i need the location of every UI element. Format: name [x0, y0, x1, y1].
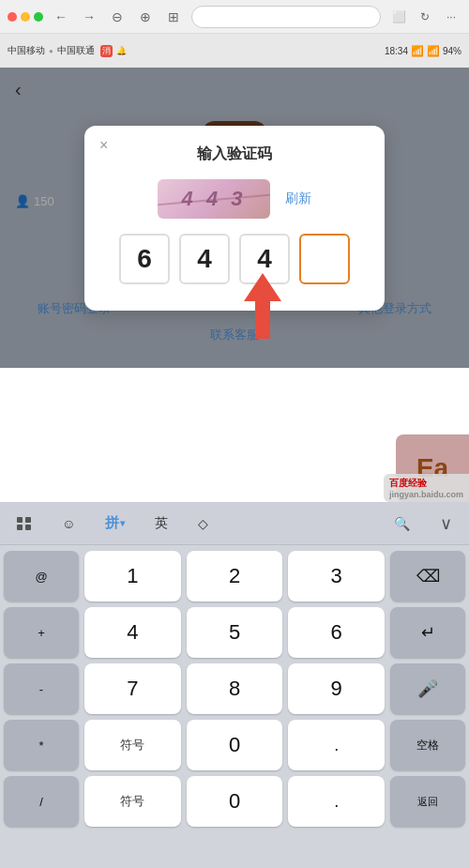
keyboard-area: ☺ 拼 ▾ 英 ◇ 🔍 ∨ @ 1 2 3 ⌫ + 4 5 6 ↵	[0, 502, 469, 868]
keyboard-row-2: + 4 5 6 ↵	[4, 607, 465, 658]
ime-grid-button[interactable]	[9, 513, 39, 534]
ime-pinyin-button[interactable]: 拼 ▾	[98, 510, 132, 536]
key-return[interactable]: 返回	[390, 776, 465, 827]
num-keyboard: @ 1 2 3 ⌫ + 4 5 6 ↵ - 7 8 9 🎤 * 符号 0 .	[0, 545, 469, 838]
modal-overlay: × 输入验证码 4 4 3 刷新 6 4 4	[0, 68, 469, 368]
captcha-refresh-button[interactable]: 刷新	[285, 190, 311, 207]
status-left: 中国移动 ● 中国联通 消 🔔	[8, 44, 127, 57]
browser-chrome: ← → ⊖ ⊕ ⊞ ⬜ ↻ ···	[0, 0, 469, 34]
browser-nav: ← → ⊖ ⊕ ⊞	[51, 7, 184, 27]
key-5[interactable]: 5	[187, 607, 283, 658]
view-toggle-button[interactable]: ⊞	[163, 7, 184, 27]
key-symbols2[interactable]: 符号	[84, 776, 181, 827]
code-box-1[interactable]: 6	[119, 234, 170, 284]
ime-toolbar: ☺ 拼 ▾ 英 ◇ 🔍 ∨	[0, 502, 469, 545]
carrier1-label: 中国移动	[8, 44, 45, 57]
key-8[interactable]: 8	[187, 663, 283, 714]
more-button[interactable]: ···	[441, 7, 461, 27]
zoom-out-button[interactable]: ⊖	[107, 7, 128, 27]
minimize-dot[interactable]	[21, 12, 30, 22]
key-3[interactable]: 3	[288, 551, 385, 602]
key-1[interactable]: 1	[84, 551, 181, 602]
ime-english-button[interactable]: 英	[147, 511, 175, 536]
key-symbols[interactable]: 符号	[84, 720, 181, 770]
baidu-brand: 百度经验	[389, 477, 463, 490]
key-at[interactable]: @	[4, 551, 79, 602]
keyboard-row-5: / 符号 0 . 返回	[4, 776, 465, 827]
key-backspace[interactable]: ⌫	[390, 551, 465, 602]
key-enter[interactable]: ↵	[390, 607, 465, 658]
nav-forward-button[interactable]: →	[79, 7, 99, 27]
battery-label: 94%	[443, 46, 461, 56]
key-plus[interactable]: +	[4, 607, 79, 658]
key-0[interactable]: 0	[187, 720, 283, 770]
zoom-in-button[interactable]: ⊕	[135, 7, 156, 27]
close-dot[interactable]	[8, 12, 17, 22]
key-voice[interactable]: 🎤	[390, 663, 465, 714]
key-0b[interactable]: 0	[187, 776, 283, 827]
time-display: 18:34	[385, 46, 408, 56]
keyboard-row-4: * 符号 0 . 空格	[4, 720, 465, 770]
key-dot[interactable]: .	[288, 720, 385, 770]
modal-title: 输入验证码	[103, 145, 366, 164]
key-dot2[interactable]: .	[288, 776, 385, 827]
omnibar[interactable]	[191, 6, 381, 28]
ime-emoji-button[interactable]: ☺	[54, 512, 83, 535]
key-7[interactable]: 7	[84, 663, 181, 714]
status-bar: 中国移动 ● 中国联通 消 🔔 18:34 📶 📶 94%	[0, 34, 469, 68]
keyboard-row-1: @ 1 2 3 ⌫	[4, 551, 465, 602]
key-minus[interactable]: -	[4, 663, 79, 714]
pinyin-label: 拼	[105, 514, 119, 532]
baidu-url: jingyan.baidu.com	[389, 490, 463, 499]
keyboard-row-3: - 7 8 9 🎤	[4, 663, 465, 714]
carrier2-label: 中国联通	[57, 44, 95, 57]
maximize-dot[interactable]	[34, 12, 43, 22]
search-icon: 🔍	[394, 516, 410, 531]
code-box-4[interactable]	[299, 234, 350, 284]
verification-modal: × 输入验证码 4 4 3 刷新 6 4 4	[84, 126, 385, 311]
key-slash[interactable]: /	[4, 776, 79, 827]
browser-actions: ⬜ ↻ ···	[388, 7, 461, 27]
share-button[interactable]: ⬜	[388, 7, 409, 27]
svg-marker-0	[244, 273, 281, 339]
modal-close-button[interactable]: ×	[99, 137, 108, 154]
captcha-area: 4 4 3 刷新	[103, 179, 366, 219]
red-arrow	[234, 273, 291, 339]
key-space[interactable]: 空格	[390, 720, 465, 770]
ime-search-button[interactable]: 🔍	[386, 512, 417, 535]
window-controls	[8, 12, 43, 22]
baidu-watermark: 百度经验 jingyan.baidu.com	[384, 474, 469, 502]
status-right: 18:34 📶 📶 94%	[385, 45, 461, 57]
nav-back-button[interactable]: ←	[51, 7, 71, 27]
wifi-icon: 📶	[411, 45, 424, 57]
refresh-button[interactable]: ↻	[415, 7, 435, 27]
signal-icon: 📶	[427, 45, 440, 57]
ime-collapse-button[interactable]: ∨	[432, 510, 460, 538]
key-9[interactable]: 9	[288, 663, 385, 714]
ime-symbols-button[interactable]: ◇	[190, 512, 216, 535]
key-asterisk[interactable]: *	[4, 720, 79, 770]
app-area: ‹ ✈ 基金 👤 150 × 输入验证码 4 4 3 刷新 6	[0, 68, 469, 368]
captcha-image[interactable]: 4 4 3	[158, 179, 270, 219]
pinyin-arrow-icon: ▾	[120, 518, 125, 528]
code-box-2[interactable]: 4	[179, 234, 230, 284]
key-4[interactable]: 4	[84, 607, 181, 658]
key-2[interactable]: 2	[187, 551, 283, 602]
key-6[interactable]: 6	[288, 607, 385, 658]
